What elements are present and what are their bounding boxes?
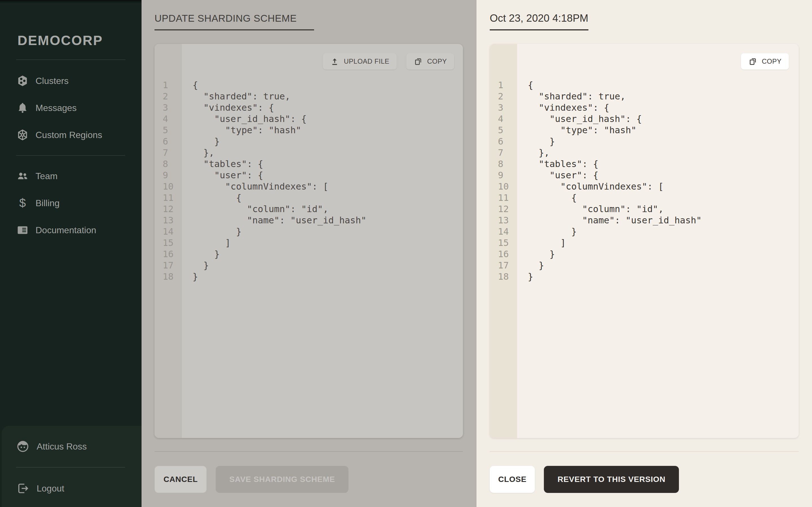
cancel-button[interactable]: CANCEL xyxy=(154,466,207,493)
divider xyxy=(16,155,125,156)
line-number-gutter: 1 2 3 4 5 6 7 8 9 10 11 12 13 14 15 16 1… xyxy=(154,44,182,438)
editor-footer: CANCEL SAVE SHARDING SCHEME xyxy=(154,466,463,493)
copy-label: COPY xyxy=(762,57,781,65)
sidebar-item-messages[interactable]: Messages xyxy=(0,94,142,121)
sidebar-item-label: Messages xyxy=(36,103,77,113)
logout-label: Logout xyxy=(37,483,64,494)
upload-file-button[interactable]: UPLOAD FILE xyxy=(323,53,397,69)
sidebar: DEMOCORP Clusters Messages Custom Region… xyxy=(0,0,142,507)
copy-label: COPY xyxy=(427,57,447,65)
upload-file-label: UPLOAD FILE xyxy=(344,57,389,65)
user-name: Atticus Ross xyxy=(37,441,87,452)
close-button[interactable]: CLOSE xyxy=(490,466,535,493)
sidebar-item-documentation[interactable]: Documentation xyxy=(0,217,142,244)
copy-button-editor[interactable]: COPY xyxy=(406,53,454,69)
line-number-gutter: 1 2 3 4 5 6 7 8 9 10 11 12 13 14 15 16 1… xyxy=(490,44,517,438)
sidebar-item-label: Team xyxy=(36,171,57,181)
region-hexagon-icon xyxy=(16,129,29,141)
people-icon xyxy=(16,170,29,182)
json-code-editor[interactable]: { "sharded": true, "vindexes": { "user_i… xyxy=(182,44,366,438)
brand-logo: DEMOCORP xyxy=(17,33,103,48)
version-toolbar: COPY xyxy=(741,53,789,69)
version-code-viewer: 1 2 3 4 5 6 7 8 9 10 11 12 13 14 15 16 1… xyxy=(490,44,799,438)
divider xyxy=(154,451,463,452)
save-sharding-scheme-button[interactable]: SAVE SHARDING SCHEME xyxy=(216,466,349,493)
sidebar-item-label: Custom Regions xyxy=(36,130,102,140)
copy-icon xyxy=(748,57,757,66)
logout-icon xyxy=(16,482,29,495)
copy-icon xyxy=(414,57,423,66)
sharding-editor-panel: UPDATE SHARDING SCHEME 1 2 3 4 5 6 7 8 9… xyxy=(142,0,476,507)
sidebar-item-label: Documentation xyxy=(36,225,96,235)
sharding-scheme-editor[interactable]: 1 2 3 4 5 6 7 8 9 10 11 12 13 14 15 16 1… xyxy=(154,44,463,438)
version-footer: CLOSE REVERT TO THIS VERSION xyxy=(490,466,799,493)
logout-button[interactable]: Logout xyxy=(2,467,142,507)
sidebar-item-label: Clusters xyxy=(36,76,68,86)
user-menu[interactable]: Atticus Ross xyxy=(2,426,142,467)
version-detail-panel: Oct 23, 2020 4:18PM 1 2 3 4 5 6 7 8 9 10… xyxy=(476,0,812,507)
sidebar-item-team[interactable]: Team xyxy=(0,163,142,189)
clusters-hexagon-icon xyxy=(16,75,29,87)
sidebar-item-clusters[interactable]: Clusters xyxy=(0,67,142,94)
face-icon xyxy=(16,440,29,453)
app-window: DEMOCORP Clusters Messages Custom Region… xyxy=(0,0,812,507)
copy-button-version[interactable]: COPY xyxy=(741,53,789,69)
sidebar-item-billing[interactable]: $ Billing xyxy=(0,189,142,217)
divider xyxy=(16,59,125,60)
dollar-icon: $ xyxy=(16,197,29,209)
sidebar-nav: Clusters Messages Custom Regions Team xyxy=(0,67,142,244)
sidebar-user-section: Atticus Ross Logout xyxy=(2,426,142,507)
revert-to-this-version-button[interactable]: REVERT TO THIS VERSION xyxy=(544,466,679,493)
page-title: UPDATE SHARDING SCHEME xyxy=(154,12,314,31)
json-code-view: { "sharded": true, "vindexes": { "user_i… xyxy=(517,44,702,438)
version-timestamp-title: Oct 23, 2020 4:18PM xyxy=(490,12,589,31)
sidebar-item-label: Billing xyxy=(36,198,59,209)
editor-toolbar: UPLOAD FILE COPY xyxy=(323,53,454,69)
sidebar-item-custom-regions[interactable]: Custom Regions xyxy=(0,121,142,149)
bell-icon xyxy=(16,102,29,114)
document-icon xyxy=(16,224,29,236)
divider xyxy=(490,451,799,452)
upload-icon xyxy=(330,57,339,66)
